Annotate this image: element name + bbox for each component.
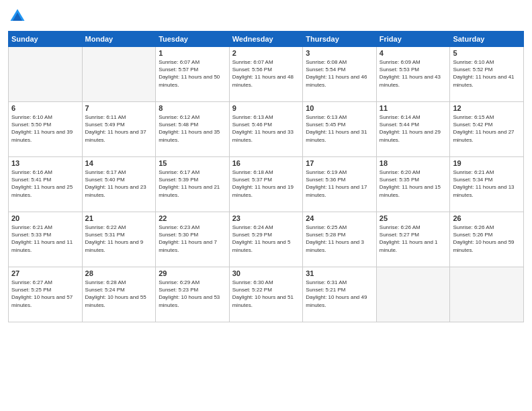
calendar-header-monday: Monday bbox=[82, 32, 156, 47]
calendar-header-tuesday: Tuesday bbox=[156, 32, 230, 47]
day-info: Sunrise: 6:10 AMSunset: 5:52 PMDaylight:… bbox=[453, 58, 521, 89]
calendar-week-row: 20 Sunrise: 6:21 AMSunset: 5:33 PMDaylig… bbox=[9, 212, 524, 267]
calendar-cell: 11 Sunrise: 6:14 AMSunset: 5:44 PMDaylig… bbox=[376, 102, 450, 157]
calendar-cell: 31 Sunrise: 6:31 AMSunset: 5:21 PMDaylig… bbox=[303, 267, 377, 322]
page-container: SundayMondayTuesdayWednesdayThursdayFrid… bbox=[0, 0, 532, 411]
calendar-header-saturday: Saturday bbox=[450, 32, 524, 47]
day-number: 16 bbox=[232, 159, 300, 167]
day-number: 2 bbox=[232, 49, 300, 57]
logo bbox=[8, 7, 30, 26]
day-number: 12 bbox=[453, 104, 521, 112]
day-info: Sunrise: 6:17 AMSunset: 5:40 PMDaylight:… bbox=[85, 169, 153, 199]
day-info: Sunrise: 6:25 AMSunset: 5:28 PMDaylight:… bbox=[306, 224, 373, 254]
day-number: 30 bbox=[232, 269, 300, 277]
calendar-cell: 10 Sunrise: 6:13 AMSunset: 5:45 PMDaylig… bbox=[303, 102, 377, 157]
calendar-week-row: 27 Sunrise: 6:27 AMSunset: 5:25 PMDaylig… bbox=[9, 267, 524, 322]
calendar-cell: 7 Sunrise: 6:11 AMSunset: 5:49 PMDayligh… bbox=[82, 102, 156, 157]
calendar-cell: 13 Sunrise: 6:16 AMSunset: 5:41 PMDaylig… bbox=[9, 157, 83, 212]
day-number: 31 bbox=[306, 269, 373, 277]
day-info: Sunrise: 6:20 AMSunset: 5:35 PMDaylight:… bbox=[380, 169, 447, 199]
calendar-cell: 4 Sunrise: 6:09 AMSunset: 5:53 PMDayligh… bbox=[376, 47, 450, 102]
day-number: 15 bbox=[159, 159, 226, 167]
day-number: 29 bbox=[159, 269, 226, 277]
calendar-header-friday: Friday bbox=[376, 32, 450, 47]
day-info: Sunrise: 6:12 AMSunset: 5:48 PMDaylight:… bbox=[159, 113, 226, 144]
day-info: Sunrise: 6:30 AMSunset: 5:22 PMDaylight:… bbox=[232, 279, 300, 309]
day-number: 21 bbox=[85, 214, 153, 222]
day-number: 27 bbox=[11, 269, 79, 277]
calendar-cell: 20 Sunrise: 6:21 AMSunset: 5:33 PMDaylig… bbox=[9, 212, 83, 267]
day-info: Sunrise: 6:17 AMSunset: 5:39 PMDaylight:… bbox=[159, 169, 226, 199]
day-info: Sunrise: 6:15 AMSunset: 5:42 PMDaylight:… bbox=[453, 113, 521, 144]
logo-icon bbox=[8, 7, 27, 26]
header bbox=[8, 7, 524, 26]
day-info: Sunrise: 6:10 AMSunset: 5:50 PMDaylight:… bbox=[11, 113, 79, 144]
calendar-cell: 5 Sunrise: 6:10 AMSunset: 5:52 PMDayligh… bbox=[450, 47, 524, 102]
day-number: 4 bbox=[380, 49, 447, 57]
day-number: 6 bbox=[11, 104, 79, 112]
calendar-cell: 17 Sunrise: 6:19 AMSunset: 5:36 PMDaylig… bbox=[303, 157, 377, 212]
calendar-week-row: 6 Sunrise: 6:10 AMSunset: 5:50 PMDayligh… bbox=[9, 102, 524, 157]
day-number: 23 bbox=[232, 214, 300, 222]
calendar-cell bbox=[9, 47, 83, 102]
day-number: 5 bbox=[453, 49, 521, 57]
calendar-cell: 21 Sunrise: 6:22 AMSunset: 5:31 PMDaylig… bbox=[82, 212, 156, 267]
day-number: 13 bbox=[11, 159, 79, 167]
calendar-cell: 24 Sunrise: 6:25 AMSunset: 5:28 PMDaylig… bbox=[303, 212, 377, 267]
calendar-week-row: 13 Sunrise: 6:16 AMSunset: 5:41 PMDaylig… bbox=[9, 157, 524, 212]
day-number: 26 bbox=[453, 214, 521, 222]
calendar-cell: 16 Sunrise: 6:18 AMSunset: 5:37 PMDaylig… bbox=[229, 157, 303, 212]
day-info: Sunrise: 6:19 AMSunset: 5:36 PMDaylight:… bbox=[306, 169, 373, 199]
calendar-cell: 1 Sunrise: 6:07 AMSunset: 5:57 PMDayligh… bbox=[156, 47, 230, 102]
day-number: 8 bbox=[159, 104, 226, 112]
calendar-cell: 3 Sunrise: 6:08 AMSunset: 5:54 PMDayligh… bbox=[303, 47, 377, 102]
day-info: Sunrise: 6:07 AMSunset: 5:57 PMDaylight:… bbox=[159, 58, 226, 89]
day-info: Sunrise: 6:07 AMSunset: 5:56 PMDaylight:… bbox=[232, 58, 300, 89]
calendar-cell: 23 Sunrise: 6:24 AMSunset: 5:29 PMDaylig… bbox=[229, 212, 303, 267]
calendar-header-thursday: Thursday bbox=[303, 32, 377, 47]
calendar-cell bbox=[82, 47, 156, 102]
calendar-week-row: 1 Sunrise: 6:07 AMSunset: 5:57 PMDayligh… bbox=[9, 47, 524, 102]
calendar-cell: 6 Sunrise: 6:10 AMSunset: 5:50 PMDayligh… bbox=[9, 102, 83, 157]
day-number: 19 bbox=[453, 159, 521, 167]
day-info: Sunrise: 6:13 AMSunset: 5:45 PMDaylight:… bbox=[306, 113, 373, 144]
day-info: Sunrise: 6:16 AMSunset: 5:41 PMDaylight:… bbox=[11, 169, 79, 199]
day-info: Sunrise: 6:24 AMSunset: 5:29 PMDaylight:… bbox=[232, 224, 300, 254]
calendar-header-row: SundayMondayTuesdayWednesdayThursdayFrid… bbox=[9, 32, 524, 47]
day-info: Sunrise: 6:18 AMSunset: 5:37 PMDaylight:… bbox=[232, 169, 300, 199]
day-number: 25 bbox=[380, 214, 447, 222]
calendar-cell bbox=[450, 267, 524, 322]
day-info: Sunrise: 6:27 AMSunset: 5:25 PMDaylight:… bbox=[11, 279, 79, 309]
calendar-cell: 14 Sunrise: 6:17 AMSunset: 5:40 PMDaylig… bbox=[82, 157, 156, 212]
calendar-cell: 27 Sunrise: 6:27 AMSunset: 5:25 PMDaylig… bbox=[9, 267, 83, 322]
day-number: 24 bbox=[306, 214, 373, 222]
day-info: Sunrise: 6:21 AMSunset: 5:34 PMDaylight:… bbox=[453, 169, 521, 199]
day-info: Sunrise: 6:11 AMSunset: 5:49 PMDaylight:… bbox=[85, 113, 153, 144]
day-info: Sunrise: 6:26 AMSunset: 5:27 PMDaylight:… bbox=[380, 224, 447, 254]
day-info: Sunrise: 6:31 AMSunset: 5:21 PMDaylight:… bbox=[306, 279, 373, 309]
day-info: Sunrise: 6:28 AMSunset: 5:24 PMDaylight:… bbox=[85, 279, 153, 309]
calendar-cell: 15 Sunrise: 6:17 AMSunset: 5:39 PMDaylig… bbox=[156, 157, 230, 212]
day-number: 3 bbox=[306, 49, 373, 57]
day-number: 10 bbox=[306, 104, 373, 112]
day-info: Sunrise: 6:08 AMSunset: 5:54 PMDaylight:… bbox=[306, 58, 373, 89]
day-info: Sunrise: 6:23 AMSunset: 5:30 PMDaylight:… bbox=[159, 224, 226, 254]
calendar-cell: 2 Sunrise: 6:07 AMSunset: 5:56 PMDayligh… bbox=[229, 47, 303, 102]
day-info: Sunrise: 6:29 AMSunset: 5:23 PMDaylight:… bbox=[159, 279, 226, 309]
calendar-cell: 29 Sunrise: 6:29 AMSunset: 5:23 PMDaylig… bbox=[156, 267, 230, 322]
calendar-header-wednesday: Wednesday bbox=[229, 32, 303, 47]
calendar-cell: 25 Sunrise: 6:26 AMSunset: 5:27 PMDaylig… bbox=[376, 212, 450, 267]
day-number: 14 bbox=[85, 159, 153, 167]
calendar-cell: 30 Sunrise: 6:30 AMSunset: 5:22 PMDaylig… bbox=[229, 267, 303, 322]
calendar-cell: 12 Sunrise: 6:15 AMSunset: 5:42 PMDaylig… bbox=[450, 102, 524, 157]
calendar-cell: 19 Sunrise: 6:21 AMSunset: 5:34 PMDaylig… bbox=[450, 157, 524, 212]
day-number: 11 bbox=[380, 104, 447, 112]
calendar-cell: 18 Sunrise: 6:20 AMSunset: 5:35 PMDaylig… bbox=[376, 157, 450, 212]
calendar-header-sunday: Sunday bbox=[9, 32, 83, 47]
day-number: 22 bbox=[159, 214, 226, 222]
day-number: 1 bbox=[159, 49, 226, 57]
day-number: 20 bbox=[11, 214, 79, 222]
day-info: Sunrise: 6:22 AMSunset: 5:31 PMDaylight:… bbox=[85, 224, 153, 254]
day-info: Sunrise: 6:14 AMSunset: 5:44 PMDaylight:… bbox=[380, 113, 447, 144]
calendar-cell: 28 Sunrise: 6:28 AMSunset: 5:24 PMDaylig… bbox=[82, 267, 156, 322]
